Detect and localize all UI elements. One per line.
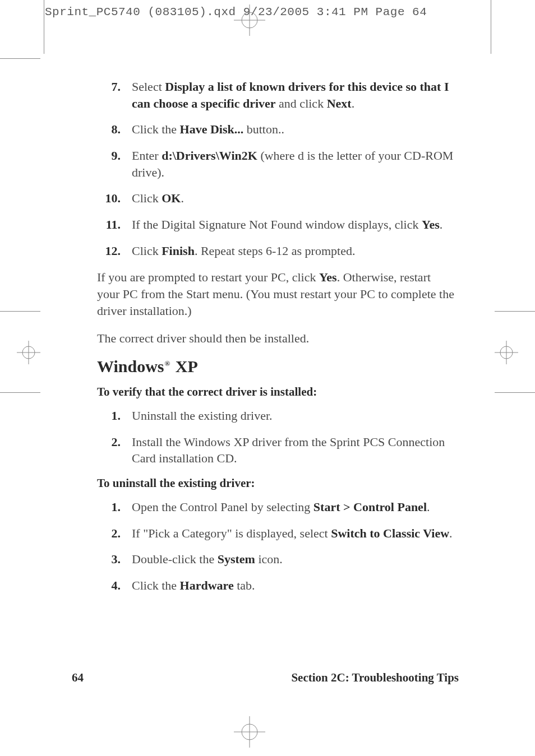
ordered-list-c: 1.Open the Control Panel by selecting St… (97, 499, 456, 594)
list-item: 12.Click Finish. Repeat steps 6-12 as pr… (97, 243, 456, 259)
list-number: 11. (97, 216, 121, 233)
registered-symbol: ® (165, 359, 170, 368)
bold-text: Yes (422, 217, 440, 231)
registration-mark-icon (234, 716, 265, 748)
bold-text: d:\Drivers\Win2K (162, 149, 257, 163)
list-number: 1. (97, 407, 121, 424)
list-item: 3.Double-click the System icon. (97, 551, 456, 568)
list-number: 10. (97, 190, 121, 207)
sub-heading-verify: To verify that the correct driver is ins… (97, 385, 456, 399)
list-number: 3. (97, 551, 121, 568)
list-number: 2. (97, 434, 121, 451)
bold-text: Start > Control Panel (313, 500, 427, 514)
ordered-list-b: 1.Uninstall the existing driver.2.Instal… (97, 407, 456, 467)
paragraph: If you are prompted to restart your PC, … (97, 269, 456, 320)
page-footer: 64 Section 2C: Troubleshooting Tips (72, 671, 459, 685)
list-number: 4. (97, 577, 121, 594)
sub-heading-uninstall: To uninstall the existing driver: (97, 476, 456, 490)
registration-mark-icon (17, 341, 40, 364)
cropmark-line (0, 392, 40, 393)
heading-post: XP (171, 357, 198, 375)
list-number: 9. (97, 147, 121, 164)
list-item: 4.Click the Hardware tab. (97, 577, 456, 594)
ordered-list-a: 7.Select Display a list of known drivers… (97, 78, 456, 259)
list-item: 8.Click the Have Disk... button.. (97, 121, 456, 138)
bold-text: Next (327, 96, 352, 110)
page-number: 64 (72, 671, 84, 685)
bold-text: Have Disk... (180, 122, 244, 136)
list-number: 7. (97, 78, 121, 95)
list-item: 11.If the Digital Signature Not Found wi… (97, 216, 456, 233)
bold-text: Display a list of known drivers for this… (132, 80, 449, 110)
registration-mark-icon (234, 4, 265, 36)
bold-text: Switch to Classic View (331, 526, 449, 540)
list-item: 1.Uninstall the existing driver. (97, 407, 456, 424)
bold-text: Hardware (180, 578, 234, 592)
cropmark-line (0, 58, 40, 59)
list-item: 2.Install the Windows XP driver from the… (97, 434, 456, 467)
cropmark-line (0, 311, 40, 312)
page-body: 7.Select Display a list of known drivers… (97, 78, 456, 604)
cropmark-line (495, 311, 535, 312)
list-item: 2.If "Pick a Category" is displayed, sel… (97, 525, 456, 542)
bold-text: Finish (162, 244, 195, 258)
bold-text: Yes (319, 270, 337, 284)
list-number: 8. (97, 121, 121, 138)
list-number: 2. (97, 525, 121, 542)
paragraph: The correct driver should then be instal… (97, 330, 456, 347)
cropmark-line (44, 0, 44, 54)
list-item: 7.Select Display a list of known drivers… (97, 78, 456, 112)
bold-text: OK (162, 191, 181, 205)
section-label: Section 2C: Troubleshooting Tips (291, 671, 459, 685)
list-item: 10.Click OK. (97, 190, 456, 207)
list-number: 12. (97, 243, 121, 259)
list-number: 1. (97, 499, 121, 516)
list-item: 1.Open the Control Panel by selecting St… (97, 499, 456, 516)
section-heading-windows-xp: Windows® XP (97, 357, 456, 376)
cropmark-line (495, 392, 535, 393)
bold-text: System (218, 552, 255, 566)
registration-mark-icon (495, 341, 518, 364)
heading-pre: Windows (97, 357, 164, 375)
cropmark-line (491, 0, 491, 54)
list-item: 9.Enter d:\Drivers\Win2K (where d is the… (97, 147, 456, 180)
